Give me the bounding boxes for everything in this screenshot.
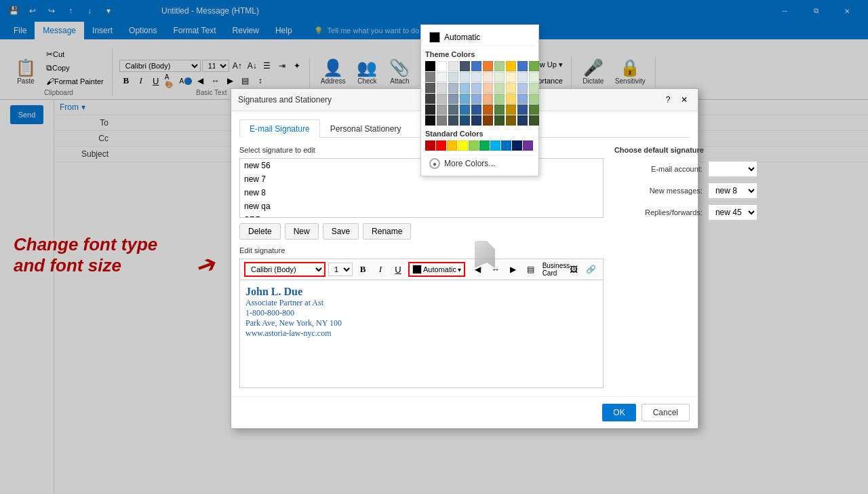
theme-color-cell[interactable]	[494, 94, 505, 104]
theme-color-cell[interactable]	[529, 115, 539, 126]
new-sig-btn[interactable]: New	[285, 223, 319, 240]
dialog-close-btn[interactable]: ✕	[677, 93, 691, 107]
theme-color-cell[interactable]	[425, 94, 435, 104]
sig-font-select[interactable]: Calibri (Body)	[244, 262, 326, 277]
tab-email-signature[interactable]: E-mail Signature	[239, 119, 320, 138]
theme-color-cell[interactable]	[517, 83, 528, 93]
sig-edit-area[interactable]: John L. Due Associate Partner at Ast 1-8…	[239, 280, 604, 388]
theme-color-cell[interactable]	[437, 115, 447, 126]
theme-color-cell[interactable]	[517, 115, 528, 126]
tab-personal-stationery[interactable]: Personal Stationery	[320, 119, 412, 138]
standard-color-cell[interactable]	[436, 140, 446, 151]
sig-font-color-btn[interactable]: Automatic ▾	[408, 262, 465, 277]
theme-color-cell[interactable]	[448, 104, 458, 115]
theme-color-cell[interactable]	[460, 115, 470, 126]
sig-align-left-btn[interactable]: ◀	[471, 262, 486, 277]
theme-color-cell[interactable]	[460, 104, 470, 115]
theme-color-cell[interactable]	[437, 94, 447, 104]
insert-hyperlink-btn[interactable]: 🔗	[584, 262, 599, 277]
theme-color-cell[interactable]	[483, 94, 493, 104]
sig-size-select[interactable]: 11	[328, 263, 353, 276]
theme-color-cell[interactable]	[460, 72, 470, 82]
standard-color-cell[interactable]	[490, 140, 500, 151]
theme-color-cell[interactable]	[529, 83, 539, 93]
sig-align-center-btn[interactable]: ↔	[488, 262, 503, 277]
theme-color-cell[interactable]	[483, 61, 493, 71]
dialog-help-btn[interactable]: ?	[661, 93, 675, 107]
theme-color-cell[interactable]	[494, 61, 505, 71]
theme-color-cell[interactable]	[425, 115, 435, 126]
theme-color-cell[interactable]	[494, 104, 505, 115]
color-auto-option[interactable]: Automatic	[425, 29, 534, 46]
rename-sig-btn[interactable]: Rename	[363, 223, 411, 240]
theme-color-cell[interactable]	[425, 83, 435, 93]
theme-color-cell[interactable]	[437, 72, 447, 82]
theme-color-cell[interactable]	[529, 61, 539, 71]
theme-color-cell[interactable]	[471, 83, 481, 93]
theme-color-cell[interactable]	[460, 83, 470, 93]
theme-color-cell[interactable]	[506, 61, 516, 71]
theme-color-cell[interactable]	[448, 94, 458, 104]
theme-color-cell[interactable]	[529, 94, 539, 104]
sig-item-new8[interactable]: new 8	[240, 186, 603, 200]
theme-color-cell[interactable]	[448, 61, 458, 71]
theme-color-cell[interactable]	[506, 104, 516, 115]
sig-align-right-btn[interactable]: ▶	[506, 262, 521, 277]
theme-color-cell[interactable]	[506, 94, 516, 104]
standard-color-cell[interactable]	[501, 140, 511, 151]
more-colors-btn[interactable]: ● More Colors...	[425, 155, 534, 172]
theme-color-cell[interactable]	[460, 94, 470, 104]
sig-color-dropdown-arrow[interactable]: ▾	[458, 266, 461, 273]
standard-color-cell[interactable]	[523, 140, 533, 151]
theme-color-cell[interactable]	[437, 61, 447, 71]
standard-color-cell[interactable]	[425, 140, 435, 151]
delete-sig-btn[interactable]: Delete	[239, 223, 281, 240]
theme-color-cell[interactable]	[483, 83, 493, 93]
theme-color-cell[interactable]	[437, 83, 447, 93]
theme-color-cell[interactable]	[506, 115, 516, 126]
sig-item-newqa[interactable]: new qa	[240, 200, 603, 213]
theme-color-cell[interactable]	[517, 94, 528, 104]
cancel-button[interactable]: Cancel	[642, 404, 690, 421]
theme-color-cell[interactable]	[471, 61, 481, 71]
theme-color-cell[interactable]	[517, 72, 528, 82]
theme-color-cell[interactable]	[448, 83, 458, 93]
theme-color-cell[interactable]	[437, 104, 447, 115]
theme-color-cell[interactable]	[506, 83, 516, 93]
sig-item-srp[interactable]: SRP	[240, 213, 603, 218]
sig-underline-btn[interactable]: U	[391, 262, 406, 277]
standard-color-cell[interactable]	[458, 140, 468, 151]
standard-color-cell[interactable]	[479, 140, 490, 151]
standard-color-cell[interactable]	[469, 140, 479, 151]
ok-button[interactable]: OK	[602, 404, 635, 421]
theme-color-cell[interactable]	[425, 104, 435, 115]
new-messages-select[interactable]: new 8	[708, 183, 757, 199]
email-account-select[interactable]	[708, 161, 757, 177]
sig-italic-btn[interactable]: I	[373, 262, 388, 277]
replies-select[interactable]: new 45	[708, 204, 757, 221]
theme-color-cell[interactable]	[517, 61, 528, 71]
sig-bold-btn[interactable]: B	[355, 262, 370, 277]
theme-color-cell[interactable]	[448, 115, 458, 126]
theme-color-cell[interactable]	[471, 104, 481, 115]
theme-color-cell[interactable]	[517, 104, 528, 115]
theme-color-cell[interactable]	[425, 61, 435, 71]
theme-color-cell[interactable]	[529, 72, 539, 82]
theme-color-cell[interactable]	[460, 61, 470, 71]
business-card-btn[interactable]: Business Card	[549, 262, 564, 277]
standard-color-cell[interactable]	[512, 140, 522, 151]
save-sig-btn[interactable]: Save	[323, 223, 359, 240]
theme-color-cell[interactable]	[471, 94, 481, 104]
theme-color-cell[interactable]	[529, 104, 539, 115]
standard-color-cell[interactable]	[447, 140, 457, 151]
theme-color-cell[interactable]	[425, 72, 435, 82]
theme-color-cell[interactable]	[471, 115, 481, 126]
theme-color-cell[interactable]	[448, 72, 458, 82]
sig-justify-btn[interactable]: ▤	[524, 262, 538, 277]
theme-color-cell[interactable]	[494, 115, 505, 126]
theme-color-cell[interactable]	[494, 83, 505, 93]
theme-color-cell[interactable]	[483, 115, 493, 126]
theme-color-cell[interactable]	[471, 72, 481, 82]
theme-color-cell[interactable]	[483, 72, 493, 82]
theme-color-cell[interactable]	[494, 72, 505, 82]
